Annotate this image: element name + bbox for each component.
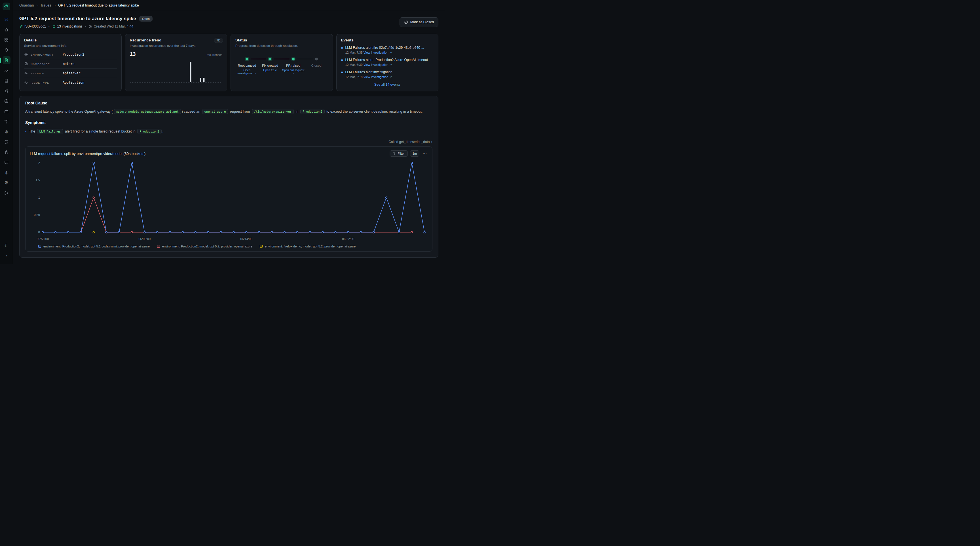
sidebar-item-notifications[interactable]	[3, 46, 11, 54]
sidebar-item-deployments[interactable]	[3, 148, 11, 156]
detail-row-environment: ENVIRONMENT Production2	[24, 50, 117, 59]
period-badge[interactable]: 7D	[214, 38, 223, 43]
view-investigation-link[interactable]: View investigation ↗	[364, 75, 392, 78]
sidebar-item-cluster[interactable]	[3, 118, 11, 125]
root-cause-title: Root Cause	[25, 101, 433, 105]
gauge-icon	[4, 68, 9, 73]
logout-icon	[4, 191, 9, 196]
command-icon: ⌘	[4, 17, 8, 22]
breadcrumb-item-issues[interactable]: Issues	[41, 3, 51, 7]
detail-row-issue-type: ISSUE TYPE Application	[24, 78, 117, 87]
moon-icon: ☾	[5, 243, 8, 247]
interval-pill[interactable]: 1m	[410, 150, 419, 156]
external-link-icon: ↗	[275, 69, 277, 72]
breadcrumb-separator: >	[54, 4, 56, 7]
chart-title: LLM request failures split by environmen…	[30, 152, 145, 156]
sidebar-item-theme-toggle[interactable]: ☾	[3, 241, 11, 249]
sidebar-item-logout[interactable]	[3, 189, 11, 197]
bell-icon	[4, 48, 9, 53]
details-title: Details	[24, 38, 117, 42]
detail-row-service: SERVICE apiserver	[24, 69, 117, 78]
legend-item: environment: Production2, model: gpt-5.2…	[157, 244, 252, 248]
chart-controls: Filter 1m ⋯	[390, 150, 428, 156]
legend-item: environment: Production2, model: gpt-5.1…	[38, 244, 150, 248]
app-root: ⌘ ☸	[0, 0, 445, 264]
dollar-icon: $	[5, 171, 7, 174]
issue-id: ISS-433d3dc1	[19, 24, 46, 29]
issue-meta-row: ISS-433d3dc1 • 13 investigations • Creat…	[19, 24, 390, 29]
sidebar-item-traces[interactable]	[3, 87, 11, 95]
step-dot	[315, 57, 318, 61]
view-investigation-link[interactable]: View investigation ↗	[364, 63, 392, 66]
sidebar-item-security[interactable]	[3, 138, 11, 146]
filter-button[interactable]: Filter	[390, 150, 407, 156]
app-logo[interactable]	[3, 3, 10, 10]
globe-icon	[4, 99, 9, 104]
sidebar-item-metrics[interactable]	[3, 66, 11, 74]
chart-panel: LLM request failures split by environmen…	[25, 147, 433, 252]
step-dot	[269, 57, 271, 61]
main-column: Guardian > Issues > GPT 5.2 request time…	[13, 0, 445, 264]
svg-text:06:22:00: 06:22:00	[342, 237, 355, 241]
sidebar-item-settings[interactable]: ⚙	[3, 179, 11, 187]
see-all-events-link[interactable]: See all 14 events	[341, 83, 434, 86]
briefcase-icon	[4, 109, 9, 114]
bullet-icon: •	[25, 128, 27, 135]
external-link-icon: ↗	[292, 72, 294, 75]
symptom-item: • The LLM Failures alert fired for a sin…	[25, 128, 433, 135]
sidebar-item-docs[interactable]	[3, 77, 11, 85]
page-title: GPT 5.2 request timeout due to azure lat…	[19, 16, 136, 22]
sidebar-item-home[interactable]	[3, 26, 11, 34]
svg-text:0: 0	[38, 230, 40, 234]
status-stepper: Root caused Open investigation ↗ Fix cre…	[235, 57, 328, 75]
step-dot	[245, 57, 248, 61]
external-link-icon: ↗	[389, 75, 392, 78]
sidebar-item-issues[interactable]	[3, 56, 11, 64]
recurrence-subtitle: Investigation recurrences over the last …	[130, 44, 223, 47]
step-dot	[292, 57, 294, 61]
chevron-right-icon: ›	[431, 140, 433, 144]
open-pull-request-link[interactable]: Open pull request ↗	[282, 69, 305, 75]
external-link-icon: ↗	[254, 72, 256, 75]
chart-menu-button[interactable]: ⋯	[422, 151, 428, 156]
open-investigation-link[interactable]: Open investigation ↗	[235, 69, 259, 75]
root-cause-card: Root Cause A transient latency spike to …	[19, 96, 438, 258]
recurrence-count: 13	[130, 51, 136, 57]
refresh-icon	[52, 25, 56, 29]
details-subtitle: Service and environment info.	[24, 44, 117, 47]
event-item: LLM Failures alert investigation 12 Mar,…	[341, 70, 434, 79]
summary-cards-row: Details Service and environment info. EN…	[19, 34, 438, 91]
legend-swatch	[260, 245, 262, 248]
sidebar-item-costs[interactable]: $	[3, 169, 11, 177]
svg-text:05:58:00: 05:58:00	[37, 237, 49, 241]
mark-as-closed-button[interactable]: Mark as Closed	[399, 17, 438, 27]
view-investigation-link[interactable]: View investigation ↗	[364, 51, 392, 54]
events-list: LLM Failures alert fire 02e7a45d-1c29-43…	[341, 46, 434, 79]
chevron-right-icon: ›	[6, 253, 7, 258]
svg-text:2: 2	[38, 161, 40, 164]
gear-icon: ⚙	[4, 180, 8, 185]
open-fix-link[interactable]: Open fix ↗	[263, 69, 277, 72]
breadcrumb-item-guardian[interactable]: Guardian	[19, 3, 34, 7]
sidebar-item-kubernetes[interactable]: ☸	[3, 128, 11, 136]
rocket-icon	[4, 150, 9, 155]
svg-text:06:06:00: 06:06:00	[138, 237, 151, 241]
page-header: GPT 5.2 request timeout due to azure lat…	[19, 16, 438, 29]
sidebar-item-network[interactable]	[3, 97, 11, 105]
nodes-icon	[4, 119, 9, 124]
sidebar-item-workloads[interactable]	[3, 107, 11, 115]
sidebar-item-apps[interactable]	[3, 36, 11, 44]
status-subtitle: Progress from detection through resoluti…	[235, 44, 328, 47]
chart-legend: environment: Production2, model: gpt-5.1…	[30, 243, 428, 249]
book-icon	[4, 78, 9, 83]
tool-call-row[interactable]: Called get_timeseries_data ›	[25, 140, 433, 144]
recurrence-card: Recurrence trend 7D Investigation recurr…	[125, 34, 228, 91]
sidebar-item-expand[interactable]: ›	[3, 251, 11, 259]
sidebar-item-chat[interactable]	[3, 158, 11, 166]
legend-swatch	[157, 245, 160, 248]
event-bullet	[341, 72, 343, 73]
sidebar-item-command[interactable]: ⌘	[3, 15, 11, 23]
step-root-caused: Root caused Open investigation ↗	[235, 57, 259, 75]
event-bullet	[341, 47, 343, 49]
globe-icon	[24, 53, 28, 56]
